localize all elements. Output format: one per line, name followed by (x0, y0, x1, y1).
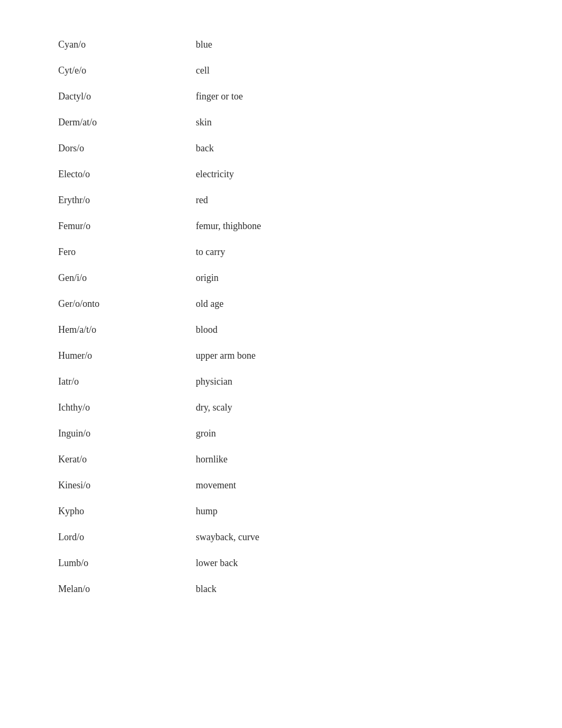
term-label: Electo/o (58, 169, 175, 180)
term-definition: hornlike (196, 454, 228, 465)
table-row: Lumb/olower back (58, 550, 504, 576)
term-definition: groin (196, 428, 216, 439)
term-label: Derm/at/o (58, 117, 175, 128)
table-row: Erythr/ored (58, 187, 504, 213)
term-label: Ger/o/onto (58, 298, 175, 310)
term-label: Kinesi/o (58, 480, 175, 491)
term-definition: skin (196, 117, 212, 128)
term-label: Inguin/o (58, 428, 175, 439)
table-row: Iatr/ophysician (58, 369, 504, 395)
main-content: Cyan/oblueCyt/e/ocellDactyl/ofinger or t… (0, 0, 562, 634)
term-label: Gen/i/o (58, 272, 175, 284)
term-definition: origin (196, 272, 219, 284)
term-definition: black (196, 584, 216, 595)
table-row: Kerat/ohornlike (58, 447, 504, 472)
term-label: Lord/o (58, 532, 175, 543)
term-label: Hem/a/t/o (58, 324, 175, 335)
term-definition: femur, thighbone (196, 221, 261, 232)
term-definition: swayback, curve (196, 532, 259, 543)
table-row: Femur/ofemur, thighbone (58, 213, 504, 239)
term-label: Lumb/o (58, 558, 175, 569)
table-row: Cyan/oblue (58, 32, 504, 58)
term-label: Cyan/o (58, 39, 175, 50)
table-row: Humer/oupper arm bone (58, 343, 504, 369)
table-row: Dors/oback (58, 135, 504, 161)
term-label: Erythr/o (58, 195, 175, 206)
table-row: Gen/i/oorigin (58, 265, 504, 291)
table-row: Kinesi/omovement (58, 472, 504, 498)
table-row: Inguin/ogroin (58, 421, 504, 447)
table-row: Hem/a/t/oblood (58, 317, 504, 343)
term-definition: movement (196, 480, 236, 491)
term-definition: red (196, 195, 208, 206)
term-definition: lower back (196, 558, 238, 569)
table-row: Cyt/e/ocell (58, 58, 504, 84)
term-definition: back (196, 143, 214, 154)
term-definition: finger or toe (196, 91, 243, 102)
table-row: Lord/oswayback, curve (58, 524, 504, 550)
term-label: Kypho (58, 506, 175, 517)
table-row: Feroto carry (58, 239, 504, 265)
term-label: Humer/o (58, 350, 175, 361)
term-definition: blue (196, 39, 212, 50)
term-label: Iatr/o (58, 376, 175, 387)
term-definition: electricity (196, 169, 234, 180)
term-label: Ichthy/o (58, 402, 175, 413)
term-label: Dactyl/o (58, 91, 175, 102)
table-row: Electo/oelectricity (58, 161, 504, 187)
term-definition: upper arm bone (196, 350, 256, 361)
term-definition: dry, scaly (196, 402, 232, 413)
term-definition: hump (196, 506, 217, 517)
term-label: Cyt/e/o (58, 65, 175, 76)
term-label: Femur/o (58, 221, 175, 232)
table-row: Ger/o/ontoold age (58, 291, 504, 317)
term-definition: to carry (196, 247, 225, 258)
term-label: Fero (58, 247, 175, 258)
term-label: Kerat/o (58, 454, 175, 465)
table-row: Derm/at/oskin (58, 110, 504, 135)
terms-list: Cyan/oblueCyt/e/ocellDactyl/ofinger or t… (58, 32, 504, 602)
term-definition: old age (196, 298, 223, 310)
table-row: Dactyl/ofinger or toe (58, 84, 504, 110)
term-definition: physician (196, 376, 232, 387)
table-row: Kyphohump (58, 498, 504, 524)
term-label: Dors/o (58, 143, 175, 154)
term-definition: blood (196, 324, 217, 335)
term-definition: cell (196, 65, 210, 76)
term-label: Melan/o (58, 584, 175, 595)
table-row: Melan/oblack (58, 576, 504, 602)
table-row: Ichthy/odry, scaly (58, 395, 504, 421)
